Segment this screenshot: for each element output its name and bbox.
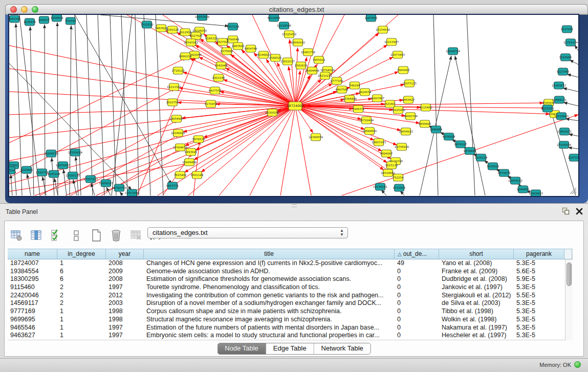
cell-name[interactable]: 9699695: [8, 316, 57, 324]
network-node[interactable]: 9327505: [190, 32, 203, 39]
cell-name[interactable]: 9777169: [8, 308, 57, 316]
cell-pagerank[interactable]: 5.3E-5: [514, 259, 564, 268]
new-document-icon[interactable]: [90, 228, 103, 243]
network-node[interactable]: 904207: [39, 16, 50, 24]
network-node[interactable]: 3624554: [359, 89, 372, 96]
table-row[interactable]: 946554611997Estimation of the future num…: [8, 324, 573, 332]
network-node[interactable]: 1035576: [24, 18, 36, 26]
network-node[interactable]: 12975115: [402, 80, 417, 87]
network-node[interactable]: 1215681: [20, 166, 33, 173]
cell-name[interactable]: 18300295: [8, 275, 57, 283]
network-node[interactable]: 9493822: [185, 148, 198, 156]
cell-year[interactable]: 1997: [106, 332, 144, 340]
network-node[interactable]: 9474444: [464, 147, 476, 155]
network-node[interactable]: 15692971: [557, 128, 572, 135]
cell-title[interactable]: Disruption of a novel member of a sodium…: [144, 299, 395, 308]
network-node[interactable]: 10958107: [99, 180, 113, 187]
column-header-title[interactable]: title: [144, 249, 395, 259]
cell-in_degree[interactable]: 2: [57, 299, 106, 308]
network-node[interactable]: 7386372: [352, 105, 365, 113]
network-node[interactable]: 8813054: [268, 15, 280, 21]
network-node[interactable]: 16782759: [112, 184, 126, 191]
network-node[interactable]: 17004678: [173, 144, 187, 151]
cell-pagerank[interactable]: 5.6E-5: [514, 268, 564, 276]
network-node[interactable]: 9115460: [420, 104, 432, 111]
network-node[interactable]: 1342757: [36, 169, 49, 176]
tab-edge-table[interactable]: Edge Table: [266, 343, 314, 354]
cell-pagerank[interactable]: 5.3E-5: [514, 332, 564, 340]
table-row[interactable]: 977716911998Corpus callosum shape and si…: [8, 308, 573, 316]
network-node[interactable]: 8471676: [498, 169, 511, 177]
network-node[interactable]: 2055741: [9, 15, 20, 23]
network-node[interactable]: 1562635: [295, 62, 308, 69]
trash-icon[interactable]: [110, 228, 123, 243]
network-node[interactable]: 1167533: [568, 154, 578, 161]
network-node[interactable]: 18640910: [291, 39, 305, 46]
cell-short[interactable]: Hescheler et al. (1997): [439, 332, 514, 340]
cell-in_degree[interactable]: 2: [57, 292, 106, 300]
cell-short[interactable]: Franke et al. (2009): [439, 268, 514, 276]
network-node[interactable]: 16720404: [359, 117, 374, 124]
cell-out_de[interactable]: 0: [395, 275, 439, 283]
table-row[interactable]: 1938455462009Genome-wide association stu…: [8, 268, 573, 276]
cell-short[interactable]: de Silva et al. (2003): [439, 299, 514, 308]
network-node[interactable]: 9799546: [227, 36, 239, 43]
table-scrollbar[interactable]: [565, 259, 573, 340]
network-node[interactable]: 16053809: [195, 15, 209, 20]
network-node[interactable]: 1658604: [51, 15, 63, 21]
cell-out_de[interactable]: 0: [395, 324, 439, 332]
table-select-dropdown[interactable]: citations_edges.txt ▲▼: [147, 227, 348, 238]
cell-in_degree[interactable]: 1: [57, 324, 106, 332]
scrollbar-thumb[interactable]: [567, 262, 572, 286]
cell-short[interactable]: Yano et al. (2008): [439, 259, 514, 268]
network-node[interactable]: 2588520: [269, 54, 282, 61]
network-node[interactable]: 9529966: [559, 54, 572, 61]
network-node[interactable]: 19756928: [395, 143, 409, 150]
network-node[interactable]: 9890214: [179, 53, 192, 60]
network-node[interactable]: 18495784: [403, 113, 418, 120]
cell-out_de[interactable]: 0: [395, 299, 439, 308]
network-node[interactable]: 1840954: [430, 126, 443, 133]
network-node[interactable]: 10025458: [391, 106, 405, 114]
network-node[interactable]: 10688609: [362, 127, 377, 135]
network-node[interactable]: 8215353: [541, 105, 554, 112]
cell-short[interactable]: Tibbo et al. (1998): [439, 308, 514, 316]
network-node[interactable]: 2087662: [365, 15, 378, 21]
network-node[interactable]: 19904448: [305, 67, 319, 74]
network-node[interactable]: 6879197: [454, 141, 467, 148]
network-node[interactable]: 8170051: [205, 100, 217, 107]
network-node[interactable]: 15751074: [563, 39, 578, 46]
network-node[interactable]: 9884067: [380, 150, 393, 157]
table-row[interactable]: 1830029562008Estimation of significance …: [8, 275, 573, 283]
column-header-out_de[interactable]: △out_de...: [395, 249, 439, 259]
network-node[interactable]: 9245652: [517, 186, 530, 193]
network-node[interactable]: 17359924: [68, 149, 82, 156]
cell-year[interactable]: 2009: [106, 268, 144, 276]
table-settings-icon[interactable]: [10, 228, 23, 243]
cell-year[interactable]: 1998: [106, 308, 144, 316]
network-node[interactable]: 5678533: [192, 136, 205, 143]
network-node[interactable]: 12505135: [66, 172, 80, 179]
cell-title[interactable]: Corpus callosum shape and size in male p…: [144, 308, 395, 316]
cell-out_de[interactable]: 0: [395, 268, 439, 276]
network-node[interactable]: 16543382: [184, 39, 198, 46]
cell-name[interactable]: 9115460: [8, 283, 57, 292]
network-node[interactable]: 7463822: [155, 25, 168, 32]
select-all-check-icon[interactable]: [50, 228, 63, 243]
cell-short[interactable]: Wolkin et al. (1998): [439, 316, 514, 324]
splitter-handle[interactable]: [292, 204, 297, 207]
network-node[interactable]: 7625402: [174, 171, 187, 179]
network-node[interactable]: 9160128: [166, 26, 179, 33]
cell-year[interactable]: 1998: [106, 316, 144, 324]
network-node[interactable]: 10954613: [529, 190, 543, 196]
window-titlebar[interactable]: citations_edges.txt: [5, 4, 588, 15]
column-header-short[interactable]: short: [439, 249, 514, 259]
tab-node-table[interactable]: Node Table: [217, 343, 266, 354]
network-node[interactable]: 2903144: [212, 74, 225, 81]
cell-name[interactable]: 22420046: [8, 292, 57, 300]
network-node[interactable]: 14524861: [381, 169, 395, 177]
cell-name[interactable]: 19384554: [8, 268, 57, 276]
cell-name[interactable]: 14569117: [8, 299, 57, 308]
network-node[interactable]: 7485063: [397, 67, 410, 74]
cell-title[interactable]: Estimation of the future numbers of pati…: [144, 324, 395, 332]
